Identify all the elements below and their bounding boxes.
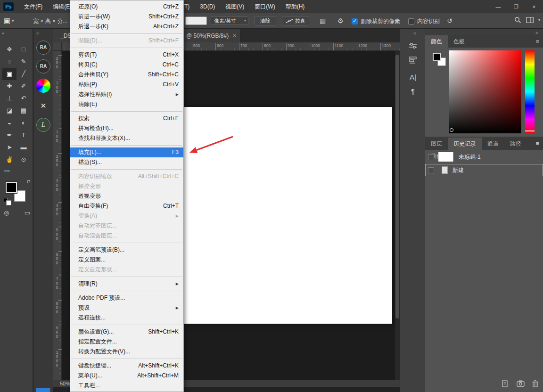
vertical-scrollbar[interactable]	[395, 51, 400, 380]
edit-menu-item[interactable]: 剪切(T)Ctrl+X	[70, 50, 183, 60]
dodge-tool[interactable]: ◐	[16, 117, 31, 129]
libraries-icon[interactable]	[400, 57, 426, 65]
color-wheel-badge[interactable]	[36, 79, 50, 93]
ra-badge-2[interactable]: RA	[36, 59, 50, 74]
hue-slider-marker[interactable]	[525, 131, 535, 131]
screen-mode-icon[interactable]: ▭	[25, 209, 30, 216]
blur-tool[interactable]: ◒	[2, 117, 16, 129]
panel-tab[interactable]: 通道	[482, 138, 504, 150]
hue-slider[interactable]	[525, 50, 535, 133]
type-tool[interactable]: T	[16, 129, 31, 141]
panel-tab[interactable]: 路径	[504, 138, 527, 150]
menubar-item[interactable]: 窗口(W)	[249, 0, 280, 13]
eraser-tool[interactable]: ◪	[2, 105, 16, 117]
straighten-button[interactable]: 拉直	[282, 16, 309, 25]
restore-button[interactable]: ❐	[507, 0, 525, 13]
panel-menu-icon[interactable]: ≡	[535, 35, 539, 48]
panel-menu-icon[interactable]: ≡	[535, 138, 539, 150]
edit-menu-item[interactable]: 预设▶	[70, 303, 183, 313]
clear-button[interactable]: 清除	[255, 16, 276, 25]
history-entry[interactable]: 新建	[425, 164, 543, 176]
new-snapshot-camera-icon[interactable]	[517, 380, 525, 387]
edit-menu-item[interactable]: 定义画笔预设(B)...	[70, 245, 183, 255]
close-tab-icon[interactable]: ×	[233, 29, 236, 42]
resolution-input[interactable]	[185, 16, 207, 25]
color-panel-swatches[interactable]	[433, 53, 447, 67]
crop-tool[interactable]: ▣	[2, 68, 16, 80]
hand-tool[interactable]: ✌	[2, 154, 16, 166]
collapse-toolbar-icon[interactable]: «	[2, 31, 4, 36]
delete-cropped-checkbox[interactable]	[352, 18, 358, 24]
unit-select[interactable]: 像素/英寸▾	[211, 16, 248, 25]
history-entry[interactable]: 未标题-1	[425, 150, 543, 164]
menubar-item[interactable]: 视图(V)	[220, 0, 249, 13]
quick-selection-tool[interactable]: ✎	[16, 56, 31, 68]
x-badge[interactable]: ×	[36, 98, 50, 113]
delete-cropped-option[interactable]: 删除裁剪的像素	[352, 17, 400, 25]
menubar-item[interactable]: 帮助(H)	[280, 0, 310, 13]
default-colors-icon[interactable]	[4, 198, 8, 202]
edit-menu-item[interactable]: 查找和替换文本(X)...	[70, 133, 183, 143]
marquee-tool[interactable]: □	[16, 43, 31, 56]
character-panel-icon[interactable]: A|	[400, 73, 426, 81]
edit-menu-item[interactable]: 后退一步(K)Alt+Ctrl+Z	[70, 22, 183, 32]
edit-menu-item[interactable]: 远程连接...	[70, 313, 183, 323]
edit-menu-item[interactable]: 还原(O)Ctrl+Z	[70, 2, 183, 12]
foreground-color-swatch[interactable]	[6, 182, 17, 193]
panel-tab[interactable]: 历史记录	[448, 138, 482, 150]
quick-mask-icon[interactable]: ◎	[4, 209, 9, 216]
gradient-tool[interactable]: ▤	[16, 105, 31, 117]
color-picker-marker[interactable]	[450, 128, 453, 132]
crop-settings-gear-icon[interactable]: ⚙	[337, 17, 344, 24]
edit-menu-item[interactable]: 键盘快捷键...Alt+Shift+Ctrl+K	[70, 361, 183, 371]
content-aware-option[interactable]: 内容识别	[408, 17, 440, 25]
edit-menu-item[interactable]: 清理(R)▶	[70, 279, 183, 289]
edit-menu-item[interactable]: 搜索Ctrl+F	[70, 114, 183, 123]
healing-brush-tool[interactable]: ✚	[2, 80, 16, 92]
history-brush-tool[interactable]: ↶	[16, 92, 31, 105]
delete-trash-icon[interactable]	[532, 380, 538, 387]
history-brush-source-box[interactable]	[428, 154, 434, 160]
edit-menu-item[interactable]: 清除(E)	[70, 99, 183, 109]
edit-menu-item[interactable]: 菜单(U)...Alt+Shift+Ctrl+M	[70, 371, 183, 381]
shape-tool[interactable]: ▬	[16, 141, 31, 154]
edit-menu-item[interactable]: 填充(L)...F3	[70, 147, 183, 157]
search-icon[interactable]	[514, 16, 521, 24]
edit-menu-item[interactable]: 拼写检查(H)...	[70, 123, 183, 133]
edit-menu-item[interactable]: 选择性粘贴(I)▶	[70, 90, 183, 99]
foreground-mini-swatch[interactable]	[433, 53, 441, 61]
l-badge[interactable]: L	[36, 118, 50, 132]
reset-tool-icon[interactable]: ↺	[447, 17, 452, 24]
menubar-item[interactable]: 3D(D)	[195, 0, 220, 13]
edit-menu-item[interactable]: 拷贝(C)Ctrl+C	[70, 60, 183, 70]
adjustments-icon[interactable]	[400, 42, 426, 51]
edit-menu-item[interactable]: 颜色设置(G)...Shift+Ctrl+K	[70, 327, 183, 337]
chevron-down-icon[interactable]: ▾	[538, 18, 540, 22]
edit-menu-item[interactable]: Adobe PDF 预设...	[70, 293, 183, 303]
expand-panels-icon[interactable]: «	[413, 31, 416, 36]
close-button[interactable]: ×	[525, 0, 543, 13]
edit-menu-item[interactable]: 透视变形	[70, 191, 183, 201]
lasso-tool[interactable]: ◌	[2, 56, 16, 68]
edit-menu-item[interactable]: 描边(S)...	[70, 157, 183, 167]
workspace-switcher-icon[interactable]	[526, 17, 534, 23]
panel-tab[interactable]: 图层	[425, 138, 448, 150]
history-brush-source-box[interactable]	[428, 167, 434, 173]
edit-menu-item[interactable]: 指定配置文件...	[70, 337, 183, 347]
current-tool-button[interactable]: ▣▾	[4, 16, 14, 25]
paragraph-panel-icon[interactable]: ¶	[400, 88, 426, 95]
zoom-tool[interactable]: ⊙	[16, 154, 31, 166]
edit-menu-item[interactable]: 粘贴(P)Ctrl+V	[70, 80, 183, 90]
edit-menu-item[interactable]: 工具栏...	[70, 381, 183, 391]
ra-badge-1[interactable]: RA	[36, 41, 50, 55]
edit-menu-item[interactable]: 定义图案...	[70, 255, 183, 265]
zoom-level[interactable]: 50%	[60, 381, 70, 386]
eyedropper-tool[interactable]: ╱	[16, 68, 31, 80]
collapse-strip-icon[interactable]: «	[36, 31, 39, 36]
path-selection-tool[interactable]: ➤	[2, 141, 16, 154]
edit-menu-item[interactable]: 合并拷贝(Y)Shift+Ctrl+C	[70, 70, 183, 80]
edit-menu-item[interactable]: 转换为配置文件(V)...	[70, 347, 183, 357]
brush-tool[interactable]: ✐	[16, 80, 31, 92]
menubar-item[interactable]: 文件(F)	[19, 0, 48, 13]
overlay-grid-icon[interactable]: ▦	[320, 17, 326, 24]
